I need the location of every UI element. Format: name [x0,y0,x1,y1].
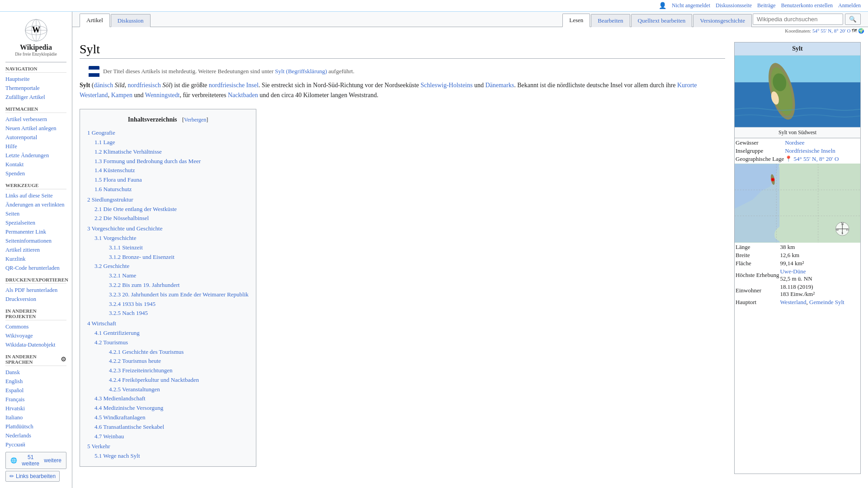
sidebar-item-pdf[interactable]: Als PDF herunterladen [5,286,66,295]
sidebar-lang-english[interactable]: English [5,377,66,386]
toc-link-3-2-4[interactable]: 3.2.4 1933 bis 1945 [109,300,156,307]
toc-link-1-4[interactable]: 1.4 Küstenschutz [94,167,135,174]
sidebar-item-spezialseiten[interactable]: Spezialseiten [5,218,66,227]
link-daenemarks[interactable]: Dänemarks [485,82,514,89]
sidebar-lang-espanol[interactable]: Español [5,386,66,395]
toc-link-1[interactable]: 1 Geografie [87,129,115,136]
link-nordfriesische-insel[interactable]: nordfriesische Insel [209,82,259,89]
sidebar-item-hilfe[interactable]: Hilfe [5,142,66,151]
toc-link-4-3[interactable]: 4.3 Medienlandschaft [94,395,146,402]
toc-link-4-6[interactable]: 4.6 Transatlantische Seekabel [94,423,164,430]
toc-link-3[interactable]: 3 Vorgeschichte und Geschichte [87,225,162,232]
tab-artikel[interactable]: Artikel [80,14,110,27]
toc-link-3-1[interactable]: 3.1 Vorgeschichte [94,235,136,241]
toc-link-4-1[interactable]: 4.1 Gentrifizierung [94,329,140,336]
toc-toggle[interactable]: Verbergen [184,117,206,123]
sidebar-item-seiteninformationen[interactable]: Seiteninformationen [5,236,66,245]
link-nordfriesisch[interactable]: nordfriesisch [128,82,161,89]
toc-link-3-1-2[interactable]: 3.1.2 Bronze- und Eisenzeit [109,253,175,260]
more-languages-button[interactable]: 🌐 51 weitere weitere [5,452,66,469]
tab-lesen[interactable]: Lesen [562,14,590,27]
sidebar-item-letzte-aenderungen[interactable]: Letzte Änderungen [5,151,66,160]
link-coords[interactable]: 54° 55′ N, 8° 20′ O [793,155,839,162]
sidebar-item-spenden[interactable]: Spenden [5,169,66,178]
sidebar-item-wikidata[interactable]: Wikidata-Datenobjekt [5,340,66,349]
create-account-link[interactable]: Benutzerkonto erstellen [781,2,833,9]
sidebar-item-kurzlink[interactable]: Kurzlink [5,254,66,263]
tab-versionsgeschichte[interactable]: Versionsgeschichte [693,14,752,27]
sidebar-item-themenportale[interactable]: Themenportale [5,84,66,93]
tab-quelltext[interactable]: Quelltext bearbeiten [631,14,693,27]
toc-link-4-2-5[interactable]: 4.2.5 Veranstaltungen [109,386,160,393]
sidebar-item-links-auf-seite[interactable]: Links auf diese Seite [5,191,66,200]
tab-diskussion[interactable]: Diskussion [111,14,151,27]
sidebar-lang-francais[interactable]: Français [5,395,66,404]
toc-link-4-2-4[interactable]: 4.2.4 Freiköperkultur und Nacktbaden [109,376,199,383]
sidebar-lang-nederlands[interactable]: Nederlands [5,431,66,440]
link-nordsee[interactable]: Nordsee [785,139,804,146]
sidebar-lang-plattduutsch[interactable]: Plattdüütsch [5,422,66,431]
sidebar-item-neuen-artikel[interactable]: Neuen Artikel anlegen [5,124,66,133]
toc-link-4-2[interactable]: 4.2 Tourismus [94,339,128,346]
languages-settings-icon[interactable]: ⚙ [61,356,66,363]
sidebar-item-artikel-verbessern[interactable]: Artikel verbessern [5,115,66,124]
toc-link-4-4[interactable]: 4.4 Medizinische Versorgung [94,404,163,411]
link-schleswig-holstein[interactable]: Schleswig-Holsteins [420,82,472,89]
tab-bearbeiten[interactable]: Bearbeiten [591,14,630,27]
sidebar-item-qr-code[interactable]: QR-Code herunterladen [5,263,66,272]
toc-link-3-1-1[interactable]: 3.1.1 Steinzeit [109,244,143,251]
link-nacktbaden[interactable]: Nacktbaden [228,92,258,99]
sidebar-item-wikivoyage[interactable]: Wikivoyage [5,331,66,340]
sidebar-lang-hrvatski[interactable]: Hrvatski [5,404,66,413]
link-gemeinde-sylt[interactable]: Gemeinde Sylt [809,299,844,305]
toc-link-4-5[interactable]: 4.5 Windkraftanlagen [94,414,146,421]
sidebar-item-hauptseite[interactable]: Hauptseite [5,75,66,84]
toc-link-3-2-2[interactable]: 3.2.2 Bis zum 19. Jahrhundert [109,282,179,288]
map-icon[interactable]: 🗺 [852,28,857,33]
link-westerland[interactable]: Westerland [780,299,806,305]
sidebar-item-zufaellig[interactable]: Zufälliger Artikel [5,93,66,102]
contributions-link[interactable]: Beiträge [757,2,776,9]
toc-link-5-1[interactable]: 5.1 Wege nach Sylt [94,452,140,459]
sidebar-item-aenderungen-verlinkter[interactable]: Änderungen an verlinkten Seiten [5,200,66,218]
toc-link-1-2[interactable]: 1.2 Klimatische Verhältnisse [94,148,162,155]
toc-link-2-2[interactable]: 2.2 Die Nössehalbinsel [94,215,149,221]
toc-link-1-1[interactable]: 1.1 Lage [94,139,115,145]
link-uwe-duene[interactable]: Uwe-Düne [780,268,806,275]
link-nordfriesische-inseln[interactable]: Nordfriesische Inseln [785,147,835,154]
sidebar-item-permanenter-link[interactable]: Permanenter Link [5,227,66,236]
toc-link-3-2-3[interactable]: 3.2.3 20. Jahrhundert bis zum Ende der W… [109,291,249,298]
globe-icon[interactable]: 🌍 [858,28,864,33]
toc-link-1-3[interactable]: 1.3 Formung und Bedrohung durch das Meer [94,158,201,164]
edit-links-button[interactable]: ✏ Links bearbeiten [5,471,60,482]
toc-link-5[interactable]: 5 Verkehr [87,443,110,450]
sidebar-item-artikel-zitieren[interactable]: Artikel zitieren [5,245,66,254]
hatnote-link[interactable]: Sylt (Begriffsklärung) [275,68,327,75]
toc-link-3-2-1[interactable]: 3.2.1 Name [109,272,136,279]
discussion-link[interactable]: Diskussionsseite [716,2,752,9]
toc-link-4-2-2[interactable]: 4.2.2 Tourismus heute [109,357,161,364]
link-kampen[interactable]: Kampen [111,92,132,99]
link-daenisch[interactable]: dänisch [94,82,113,89]
toc-link-2-1[interactable]: 2.1 Die Orte entlang der Westküste [94,206,177,212]
search-input[interactable] [753,14,843,25]
sidebar-item-druckversion[interactable]: Druckversion [5,295,66,304]
coords-link[interactable]: 54° 55′ N, 8° 20′ O [812,28,851,33]
sidebar-item-autorenportal[interactable]: Autorenportal [5,133,66,142]
sidebar-item-commons[interactable]: Commons [5,322,66,331]
toc-link-1-5[interactable]: 1.5 Flora und Fauna [94,176,142,183]
search-button[interactable]: 🔍 [845,14,861,25]
link-wenningstedt[interactable]: Wenningstedt [145,92,180,99]
toc-link-3-2-5[interactable]: 3.2.5 Nach 1945 [109,310,148,316]
toc-link-2[interactable]: 2 Siedlungsstruktur [87,196,133,203]
toc-link-3-2[interactable]: 3.2 Geschichte [94,263,129,269]
login-link[interactable]: Anmelden [838,2,861,9]
toc-link-4-7[interactable]: 4.7 Weinbau [94,433,124,440]
sidebar-item-kontakt[interactable]: Kontakt [5,160,66,169]
sidebar-lang-dansk[interactable]: Dansk [5,368,66,377]
toc-link-4[interactable]: 4 Wirtschaft [87,320,116,327]
sidebar-lang-italiano[interactable]: Italiano [5,413,66,422]
toc-link-4-2-3[interactable]: 4.2.3 Freizeiteinrichtungen [109,367,172,374]
toc-link-4-2-1[interactable]: 4.2.1 Geschichte des Tourismus [109,348,184,355]
toc-link-1-6[interactable]: 1.6 Naturschutz [94,186,132,192]
